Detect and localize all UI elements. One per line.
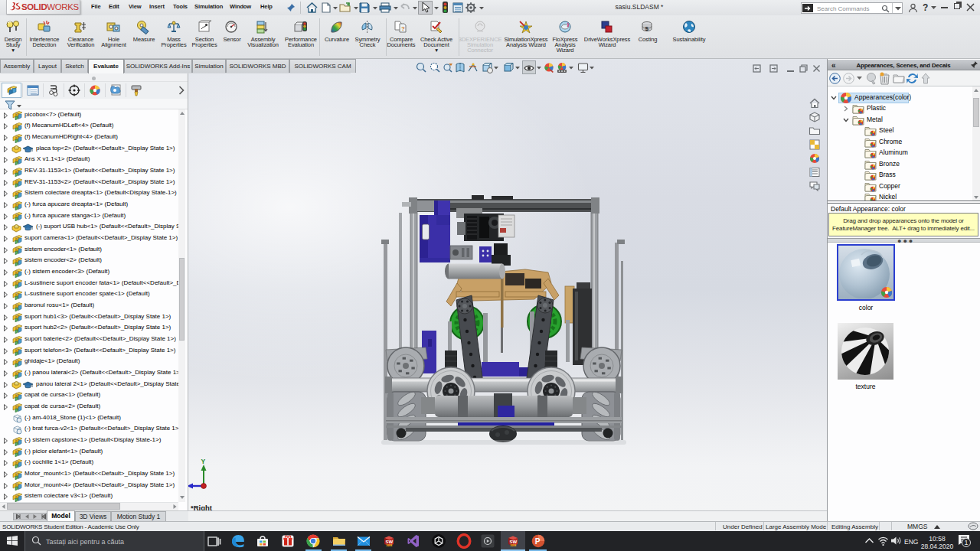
svg-text:SOLIDWORKS: SOLIDWORKS xyxy=(21,2,80,11)
svg-text:?: ? xyxy=(401,25,405,32)
svg-text:Y: Y xyxy=(201,458,206,465)
svg-text:$: $ xyxy=(645,25,649,32)
svg-text:2018: 2018 xyxy=(511,544,517,547)
svg-text:P: P xyxy=(535,537,541,546)
svg-text:2018: 2018 xyxy=(387,544,393,547)
